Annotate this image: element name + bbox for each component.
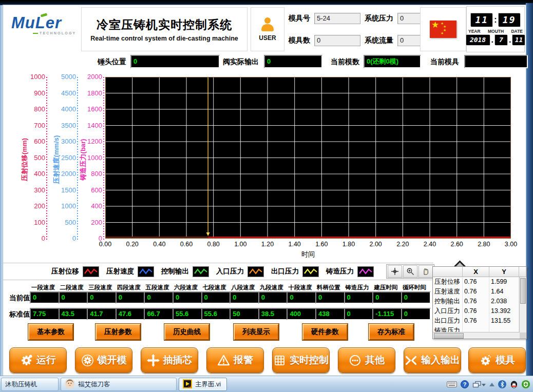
- cursor-x-value: 0.76: [463, 297, 489, 306]
- legend-item: 出口压力: [271, 266, 319, 277]
- standard-value-input[interactable]: 50: [230, 308, 259, 320]
- current-value-display: 0: [401, 291, 431, 304]
- qq-icon[interactable]: [510, 380, 518, 388]
- legend-line-chip[interactable]: [302, 266, 319, 277]
- user-button[interactable]: USER: [251, 7, 284, 51]
- chart-plot-area[interactable]: [105, 77, 511, 239]
- antivirus-shield-icon[interactable]: [522, 380, 530, 388]
- pan-tool[interactable]: [418, 265, 433, 278]
- window-top-frame: [0, 0, 533, 5]
- nav-button-grid[interactable]: 实时控制: [272, 347, 330, 373]
- current-value-display: 0: [116, 291, 145, 304]
- standard-value-input[interactable]: 0: [344, 308, 374, 320]
- x-tick-label: 2.60: [447, 241, 467, 248]
- param-button-5[interactable]: 硬件参数: [302, 324, 348, 340]
- standard-value-input[interactable]: 438: [315, 308, 345, 320]
- y-tick-label: 2000: [87, 73, 102, 81]
- standard-value-input[interactable]: -1.115: [372, 308, 402, 320]
- standard-value-input[interactable]: 47.6: [116, 308, 145, 320]
- current-value-display: 0: [315, 291, 345, 304]
- scrollbar-thumb[interactable]: [520, 278, 526, 304]
- standard-value-input[interactable]: 55.6: [173, 308, 202, 320]
- param-column-header: 七段速度: [200, 284, 229, 291]
- svg-text:14: 14: [188, 385, 191, 388]
- standard-value-input[interactable]: 0: [401, 308, 431, 320]
- keyboard-icon[interactable]: [447, 381, 457, 387]
- nav-button-label: 输入输出: [421, 354, 460, 367]
- taskbar-tab-1[interactable]: 沐勒压铸机: [1, 378, 59, 391]
- nav-button-cross-arrows[interactable]: 抽插芯: [141, 347, 198, 373]
- windows-stack-icon[interactable]: [472, 381, 486, 388]
- y-tick-label: 400: [91, 202, 102, 210]
- grid-icon: [273, 354, 286, 367]
- cursor-y-value: 1.599: [489, 277, 519, 287]
- standard-value-input[interactable]: 43.5: [59, 308, 88, 320]
- valve-output-value: 0: [264, 55, 322, 68]
- nav-button-gear-ring[interactable]: 锁开模: [75, 347, 132, 373]
- cursor-table-vscrollbar[interactable]: [519, 277, 526, 332]
- y-axis-speed: 0500100015002000250030003500400045005000: [52, 77, 76, 239]
- param-button-2[interactable]: 压射参数: [96, 324, 141, 340]
- y-tick-label: 800: [91, 170, 102, 178]
- x-tick-label: 0.60: [176, 241, 197, 248]
- legend-line-chip[interactable]: [138, 266, 154, 277]
- x-tick-label: 1.20: [257, 241, 278, 248]
- cursor-x-value: 0.76: [463, 316, 489, 326]
- help-icon[interactable]: ?: [461, 380, 469, 388]
- param-button-1[interactable]: 基本参数: [28, 324, 73, 340]
- y-tick-label: 3000: [61, 138, 76, 145]
- legend-line-chip[interactable]: [248, 266, 264, 277]
- legend-line-chip[interactable]: [357, 266, 374, 277]
- param-column-header: 料柄位置: [314, 284, 343, 291]
- y-axis-displacement: 01002003004005006007008009001000: [22, 77, 45, 239]
- nav-button-warning[interactable]: 报警: [206, 347, 264, 373]
- y-tick-label: 1800: [87, 89, 102, 97]
- cursor-x-value: 0.76: [463, 287, 489, 297]
- warning-icon: [217, 354, 230, 367]
- standard-value-input[interactable]: 38.5: [258, 308, 288, 320]
- taskbar-tab-3[interactable]: 14主界面.vi: [179, 378, 227, 391]
- legend-line-chip[interactable]: [193, 266, 209, 277]
- header-fields: 模具号 5-24 系统压力 0 模具数 0 系统流量 0: [289, 11, 417, 47]
- x-tick-label: 1.40: [284, 241, 305, 248]
- legend-label: 铸造压力: [326, 267, 354, 276]
- mold-number-input[interactable]: 5-24: [314, 13, 360, 24]
- y-tick-label: 1200: [87, 138, 102, 145]
- standard-value-input[interactable]: 55.6: [201, 308, 231, 320]
- legend-line-chip[interactable]: [83, 266, 99, 277]
- mold-count-input[interactable]: 0: [314, 35, 360, 46]
- zoom-tool[interactable]: [403, 265, 417, 278]
- legend-label: 出口压力: [271, 267, 299, 276]
- up-arrow-icon[interactable]: [489, 383, 494, 386]
- taskbar-tab-label: 沐勒压铸机: [5, 380, 37, 389]
- nav-button-mold-gear[interactable]: 模具: [468, 347, 526, 373]
- y-tick-label: 900: [34, 89, 45, 97]
- param-button-6[interactable]: 存为标准: [369, 324, 414, 340]
- param-button-4[interactable]: 列表显示: [234, 324, 279, 340]
- ellipsis-icon: [349, 354, 361, 367]
- graph-tool-palette: [386, 264, 434, 279]
- nav-button-label: 运行: [36, 354, 56, 367]
- standard-value-input[interactable]: 7.75: [30, 308, 60, 320]
- crosshair-tool[interactable]: [388, 265, 402, 278]
- bluetooth-icon[interactable]: [498, 380, 506, 388]
- standard-value-input[interactable]: 41.7: [87, 308, 117, 320]
- x-tick-label: 2.00: [366, 241, 386, 248]
- nav-button-label: 报警: [234, 354, 253, 367]
- scrollbar-thumb[interactable]: [434, 333, 464, 339]
- svg-text:?: ?: [463, 381, 467, 387]
- nav-button-io-arrows[interactable]: 输入输出: [404, 347, 461, 373]
- param-button-3[interactable]: 历史曲线: [164, 324, 210, 340]
- taskbar-tab-2[interactable]: 福艾德刀客: [61, 378, 177, 391]
- io-arrows-icon: [405, 354, 417, 367]
- nav-button-ellipsis[interactable]: 其他: [338, 347, 395, 373]
- clock-minute: 19: [499, 13, 520, 27]
- standard-value-input[interactable]: 400: [287, 308, 316, 320]
- param-column-header: 九段速度: [257, 284, 286, 291]
- current-value-display: 0: [344, 291, 374, 304]
- nav-button-gears[interactable]: 运行: [9, 347, 67, 373]
- app-title-box: 冷室压铸机实时控制系统 Real-time control system of …: [81, 7, 248, 51]
- standard-value-input[interactable]: 66.7: [144, 308, 174, 320]
- y-tick-label: 1000: [61, 202, 76, 210]
- cursor-table-hscrollbar[interactable]: [433, 332, 520, 339]
